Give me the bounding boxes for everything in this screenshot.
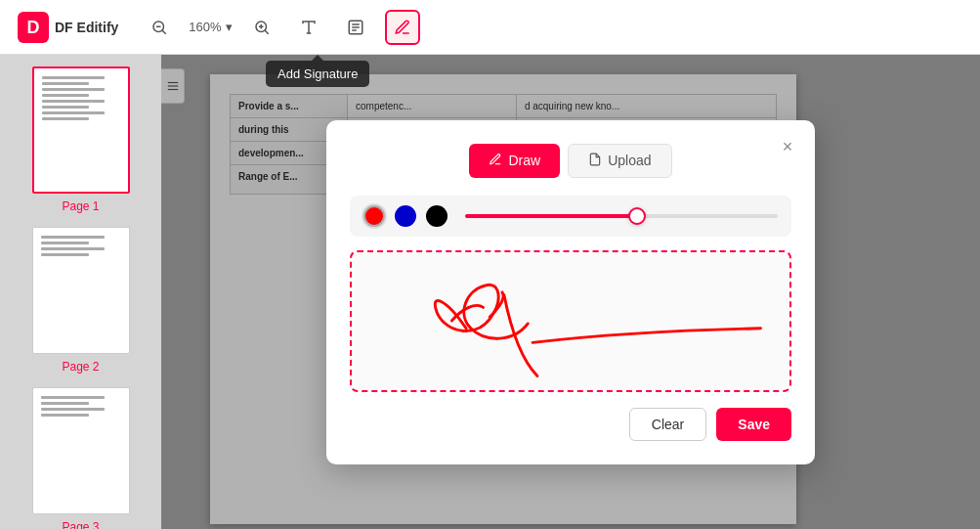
app-logo: D DF Editify [16,10,118,45]
page-3-label: Page 3 [62,520,99,529]
svg-line-8 [265,30,269,34]
drawing-canvas[interactable] [350,250,791,392]
page-2-label: Page 2 [62,360,99,374]
draw-tab-icon [489,153,502,169]
upload-tab-icon [588,153,602,169]
logo-icon: D [16,10,51,45]
color-black-swatch[interactable] [426,205,447,227]
upload-tab[interactable]: Upload [568,144,671,178]
modal-overlay: × Draw [161,55,980,529]
app-name: DF Editify [55,20,118,35]
upload-tab-label: Upload [608,153,651,168]
zoom-in-button[interactable] [244,10,279,45]
zoom-out-icon [150,19,168,36]
toolbar: D DF Editify 160% ▾ [0,0,980,55]
sidebar: Page 1 Page 2 [0,55,161,529]
zoom-out-button[interactable] [142,10,177,45]
color-slider-row [350,196,791,237]
signature-preview [352,252,789,390]
brush-size-slider-container [465,214,778,218]
page-2-image [32,227,130,354]
svg-line-4 [162,30,166,34]
content-area: Provide a s... competenc... d acquiring … [161,55,980,529]
signature-pen-icon [394,19,411,36]
color-red-swatch[interactable] [363,205,385,227]
action-buttons: Clear Save [350,408,791,441]
page-3-image [32,387,130,514]
signature-tool-button[interactable] [385,10,420,45]
chevron-down-icon: ▾ [226,20,233,34]
page-thumbnail-2[interactable]: Page 2 [10,227,151,374]
save-button[interactable]: Save [716,408,791,441]
svg-text:D: D [27,18,40,37]
tab-bar: Draw Upload [350,144,791,178]
modal-close-button[interactable]: × [774,134,801,161]
slider-fill [465,214,637,218]
text-icon [300,19,318,36]
zoom-value: 160% [189,20,221,34]
draw-tab[interactable]: Draw [469,144,560,178]
page-thumbnail-1[interactable]: Page 1 [10,66,151,213]
zoom-in-icon [253,19,271,36]
color-blue-swatch[interactable] [395,205,416,227]
add-signature-modal: × Draw [326,120,815,464]
zoom-control[interactable]: 160% ▾ [189,20,232,34]
doc-tool-button[interactable] [338,10,373,45]
main-layout: Page 1 Page 2 [0,55,980,529]
doc-icon [347,19,364,36]
clear-button[interactable]: Clear [629,408,706,441]
page-1-label: Page 1 [62,199,99,213]
page-1-image [32,66,130,194]
page-thumbnail-3[interactable]: Page 3 [10,387,151,529]
text-tool-button[interactable] [291,10,326,45]
slider-thumb [628,207,646,225]
slider-track [465,214,778,218]
draw-tab-label: Draw [508,153,540,168]
